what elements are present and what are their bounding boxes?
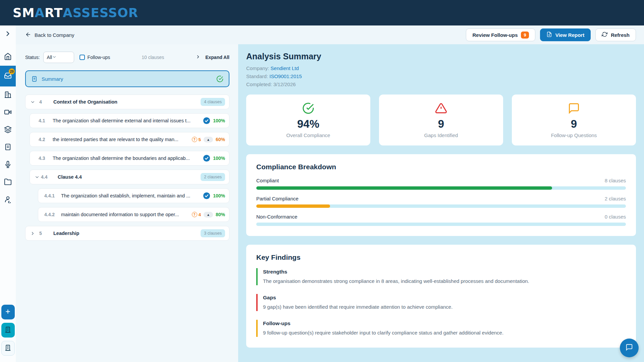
clause-number: 4.4 xyxy=(41,174,58,180)
top-header: SMARTASSESSOR xyxy=(0,0,644,25)
finding-gaps: Gaps 9 gap(s) have been identified that … xyxy=(256,294,626,311)
report-document-icon xyxy=(546,32,552,38)
app-logo: SMARTASSESSOR xyxy=(13,6,138,20)
sidebar-item-assessments[interactable]: 29 xyxy=(0,66,16,86)
sidebar-item-home[interactable] xyxy=(0,48,16,66)
tree-section-row[interactable]: 4.4 Clause 4.4 2 clauses xyxy=(30,170,229,184)
section-title: Context of the Organisation xyxy=(53,99,117,105)
expand-all-button[interactable]: Expand All xyxy=(196,54,229,60)
page-toolbar: Back to Company Review Follow-ups 9 View… xyxy=(16,25,644,44)
company-line: Company: Sendient Ltd xyxy=(246,65,636,71)
clause-number: 4.4.2 xyxy=(44,212,61,217)
chat-bubble-icon xyxy=(626,344,633,352)
tree-clause-row[interactable]: 4.3 The organization shall determine the… xyxy=(30,151,229,166)
building-icon xyxy=(4,344,11,353)
progress-fill xyxy=(256,204,330,208)
clause-number: 4.2 xyxy=(39,137,53,142)
video-camera-icon xyxy=(4,108,12,117)
compliance-score: 100% xyxy=(213,118,225,123)
finding-strengths: Strengths The organisation demonstrates … xyxy=(256,268,626,285)
sidebar-item-files[interactable] xyxy=(0,174,16,191)
company-shortcut[interactable] xyxy=(1,341,15,356)
sidebar-item-recordings[interactable] xyxy=(0,156,16,174)
followups-filter-checkbox[interactable]: Follow-ups xyxy=(79,55,110,60)
followup-count: 4 xyxy=(199,212,201,217)
breakdown-label: Compliant xyxy=(256,178,279,183)
followup-count: 5 xyxy=(199,137,201,142)
card-title: Compliance Breakdown xyxy=(256,163,626,171)
followup-questions-card: 9 Follow-up Questions xyxy=(512,95,636,145)
building-icon xyxy=(4,91,12,100)
refresh-button[interactable]: Refresh xyxy=(595,28,636,41)
folder-icon xyxy=(4,178,12,187)
plus-icon xyxy=(4,308,11,316)
progress-track xyxy=(256,204,626,208)
status-select[interactable]: All xyxy=(43,52,74,63)
review-followups-button[interactable]: Review Follow-ups 9 xyxy=(466,28,535,41)
stat-label: Gaps Identified xyxy=(424,132,458,138)
view-report-button[interactable]: View Report xyxy=(540,28,591,41)
chevron-down-icon xyxy=(52,55,57,60)
stat-value: 9 xyxy=(571,118,577,130)
clause-count-badge: 4 clauses xyxy=(201,98,225,106)
sidebar-item-layers[interactable] xyxy=(0,121,16,139)
warning-triangle-icon: ▲ xyxy=(204,212,213,218)
compliance-score: 80% xyxy=(216,212,225,217)
document-icon xyxy=(31,76,38,82)
back-link-label: Back to Company xyxy=(35,32,74,38)
sidebar-item-company[interactable] xyxy=(0,86,16,104)
sidebar-item-users[interactable] xyxy=(0,191,16,208)
chat-fab-button[interactable] xyxy=(620,339,639,357)
chevron-right-icon xyxy=(30,231,35,236)
alert-triangle-icon xyxy=(435,102,447,116)
icon-sidebar: 29 xyxy=(0,25,16,362)
section-title: Clause 4.4 xyxy=(58,174,82,180)
tree-section-row[interactable]: 4 Context of the Organisation 4 clauses xyxy=(25,95,229,109)
followups-filter-label: Follow-ups xyxy=(88,55,110,60)
compliance-score: 100% xyxy=(213,193,225,198)
chevron-right-icon xyxy=(196,54,201,60)
clause-text: The organization shall establish, implem… xyxy=(61,193,200,198)
compliance-score: 100% xyxy=(213,156,225,161)
tree-clause-row[interactable]: 4.4.1 The organization shall establish, … xyxy=(38,188,229,203)
summary-tree-item[interactable]: Summary xyxy=(25,70,229,87)
logo-part: SM xyxy=(13,6,35,20)
status-select-value: All xyxy=(47,55,52,60)
tree-section-row[interactable]: 5 Leadership 3 clauses xyxy=(25,226,229,241)
standard-line: Standard: ISO9001:2015 xyxy=(246,73,636,79)
tree-clause-row[interactable]: 4.2 the interested parties that are rele… xyxy=(30,132,229,147)
clause-count: 10 clauses xyxy=(142,55,164,60)
clause-count-badge: 2 clauses xyxy=(201,173,225,181)
sidebar-item-video[interactable] xyxy=(0,104,16,121)
breakdown-label: Non-Conformance xyxy=(256,214,298,220)
clause-text: The organization shall determine the bou… xyxy=(53,156,200,161)
compliance-score: 60% xyxy=(216,137,225,142)
tree-clause-row[interactable]: 4.1 The organization shall determine ext… xyxy=(30,113,229,128)
back-to-company-link[interactable]: Back to Company xyxy=(25,32,74,39)
arrow-left-icon xyxy=(25,32,31,39)
summary-label: Summary xyxy=(42,76,63,82)
company-shortcut-active[interactable] xyxy=(1,323,15,338)
status-label: Status: xyxy=(25,55,40,60)
question-icon: ? xyxy=(192,137,197,142)
document-icon xyxy=(4,143,12,152)
logo-part: ASSESSOR xyxy=(63,6,138,20)
review-followups-label: Review Follow-ups xyxy=(472,32,518,38)
sidebar-item-documents[interactable] xyxy=(0,139,16,156)
clause-number: 4 xyxy=(39,99,53,105)
finding-text: The organisation demonstrates strong com… xyxy=(263,278,626,284)
stat-value: 94% xyxy=(297,118,319,130)
company-value: Sendient Ltd xyxy=(271,65,299,71)
clause-number: 4.3 xyxy=(39,156,53,161)
add-button[interactable] xyxy=(1,305,15,319)
card-title: Key Findings xyxy=(256,253,626,261)
breakdown-label: Partial Compliance xyxy=(256,196,299,201)
clause-number: 4.1 xyxy=(39,118,53,123)
warning-triangle-icon: ▲ xyxy=(204,137,213,142)
finding-title: Gaps xyxy=(263,295,626,301)
clause-text: the interested parties that are relevant… xyxy=(53,137,189,142)
finding-text: 9 follow-up question(s) require stakehol… xyxy=(263,330,626,336)
tree-clause-row[interactable]: 4.4.2 maintain documented information to… xyxy=(38,207,229,222)
section-title: Leadership xyxy=(53,231,79,236)
sidebar-expand-button[interactable] xyxy=(0,25,16,43)
